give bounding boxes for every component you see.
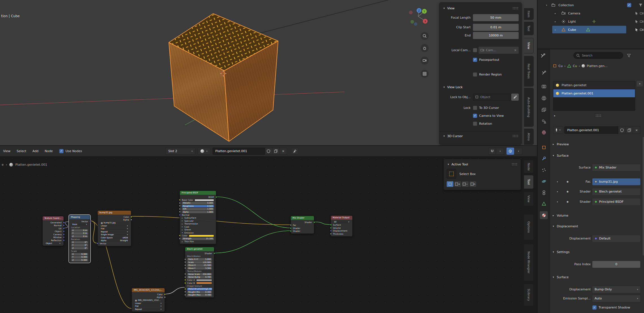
clip-start-field[interactable]: 0.01 m (473, 24, 519, 31)
lock-object-field[interactable]: Object (473, 94, 510, 101)
pass-index-field[interactable]: 0 (592, 261, 640, 268)
panel-grip[interactable] (512, 7, 519, 10)
node-widget-row[interactable]: Single Image▾ (98, 233, 131, 236)
zoom-button[interactable] (421, 32, 429, 40)
node-widget-row[interactable]: X9.300 (69, 253, 90, 256)
node-widget-row[interactable]: Blech/Nieten (185, 255, 214, 258)
tab-particles[interactable] (540, 166, 548, 174)
overlay-toggle[interactable] (507, 148, 514, 155)
tab-object[interactable] (540, 143, 548, 151)
axis-minus-x-ball[interactable] (409, 11, 413, 14)
sidebar-tab-real-trees[interactable]: Real Trees (524, 56, 534, 87)
render-visibility-icon[interactable] (640, 12, 644, 15)
shader1-value-button[interactable]: Blech genietet (592, 188, 640, 195)
tab-output[interactable] (540, 94, 548, 102)
node-socket-row[interactable]: Window (43, 236, 64, 239)
material-name-field[interactable]: Platten.genietet.001 (564, 126, 618, 134)
3d-viewport[interactable]: tion | Cube Z Y X (0, 0, 537, 145)
material-slot-selected[interactable]: Platten.genietet.001 (553, 89, 635, 98)
node-socket-row[interactable]: Alpha (132, 296, 165, 299)
node-mix-shader[interactable]: Mix ShaderShaderFacShaderShader (291, 216, 314, 234)
node-widget-row[interactable]: Repeat▾ (98, 230, 131, 234)
node-widget-row[interactable]: Linear▾ (98, 225, 131, 228)
camera-to-view-checkbox[interactable]: ✓ (473, 114, 477, 118)
menu-select[interactable]: Select (14, 149, 29, 153)
node-socket-row[interactable]: Camera (43, 233, 64, 236)
navigation-gizmo[interactable]: Z Y X (407, 6, 433, 28)
camera-name[interactable]: Camera (568, 11, 580, 15)
properties-editor[interactable]: Search Cu › Cu › Platten.gen... Pl (538, 49, 644, 313)
node-widget-row[interactable]: Noise Bump0.700 (185, 276, 214, 279)
select-box-tool-button[interactable] (447, 169, 456, 179)
node-widget-row[interactable]: ▸Coat (180, 225, 216, 228)
node-widget-row[interactable]: ▸Specular (180, 219, 216, 223)
surface2-panel-header[interactable]: ▾Surface (552, 274, 569, 280)
outliner[interactable]: ▾ Collection ✓ ▸ Camera ▸ Light (538, 0, 644, 49)
node-widget-row[interactable]: Linear▾ (132, 302, 165, 305)
node-widget-row[interactable]: ▦bump31.jpg (98, 221, 131, 225)
tab-tool[interactable] (540, 69, 548, 77)
node-widget-row[interactable]: Alpha1.000 (180, 211, 216, 214)
new-material-button[interactable] (272, 148, 280, 155)
clear-icon[interactable]: × (514, 47, 517, 54)
collection-checkbox[interactable]: ✓ (627, 3, 631, 7)
node-widget-row[interactable]: Color (180, 234, 216, 238)
node-tab-view[interactable]: View (524, 192, 534, 206)
render-visibility-icon[interactable] (640, 20, 644, 23)
node-widget-row[interactable]: Repeat▾ (132, 308, 165, 311)
node-socket-row[interactable]: Shader (291, 227, 314, 230)
camera-view-button[interactable] (421, 57, 429, 64)
local-camera-checkbox[interactable]: ✓ (473, 48, 477, 52)
tab-scene[interactable] (540, 117, 548, 125)
node-widget-row[interactable]: Move Y3.300 (185, 267, 214, 270)
breadcrumb-data[interactable]: Cu (573, 64, 577, 68)
shader2-value-button[interactable]: Principled BSDF (592, 198, 640, 205)
node-header[interactable]: bump31.jpg (98, 211, 131, 215)
preview-panel-header[interactable]: ▸Preview (552, 141, 569, 147)
node-widget-row[interactable]: ▸Sheen (180, 228, 216, 232)
expand-icon[interactable]: ▸ (557, 180, 558, 183)
displacement-method-dropdown[interactable]: Bump Only▾ (592, 286, 640, 293)
material-slot[interactable]: Platten.genietet (553, 81, 635, 89)
node-widget-row[interactable]: Y9.300 (69, 256, 90, 259)
use-nodes-label[interactable]: Use Nodes (66, 149, 82, 153)
sidebar-tab-tool[interactable]: Tool (524, 22, 534, 35)
local-camera-field[interactable]: Cam... × (479, 47, 519, 54)
filter-icon[interactable] (638, 3, 643, 7)
node-widget-row[interactable]: X0 m (69, 229, 90, 232)
panel-grip[interactable] (512, 163, 518, 166)
properties-editor-icon[interactable] (540, 53, 547, 59)
cube-name[interactable]: Cube (568, 28, 576, 31)
collapse-icon[interactable]: ▾ (442, 135, 446, 137)
node-widget-row[interactable]: Y0 m (69, 232, 90, 235)
settings-panel-header[interactable]: ▾Settings (552, 249, 569, 255)
clip-end-field[interactable]: 10000 m (473, 32, 519, 39)
node-socket-row[interactable]: UV (43, 227, 64, 230)
focal-length-field[interactable]: 50 mm (473, 14, 519, 21)
fake-user-button[interactable] (618, 126, 626, 134)
menu-add[interactable]: Add (29, 149, 42, 153)
node-socket-row[interactable]: Generated (43, 221, 64, 224)
node-mapping[interactable]: MappingVectorPoint▾LocationX0 mY0 mZ0 mR… (69, 215, 90, 263)
breadcrumb-material[interactable]: Platten.gen... (587, 64, 608, 68)
axis-minus-z-ball[interactable] (414, 22, 417, 26)
node-texture-coordinate[interactable]: Texture CoordinateGeneratedNormalUVObjec… (42, 216, 64, 246)
expand-icon[interactable]: ▸ (555, 28, 556, 31)
passepartout-label[interactable]: Passepartout (479, 58, 499, 62)
to-3d-cursor-label[interactable]: To 3D Cursor (479, 106, 499, 110)
node-widget-row[interactable]: ▾Emission (180, 231, 216, 234)
tab-object-data[interactable] (540, 200, 548, 208)
node-tab-node[interactable]: Node (524, 160, 534, 173)
node-widget-row[interactable]: Noise Scale250.000 (185, 273, 214, 276)
select-arrow-icon[interactable] (635, 11, 639, 15)
select-mode-intersect[interactable]: ∩ (470, 181, 476, 187)
toggle-ortho-button[interactable] (421, 70, 429, 78)
browse-material-button[interactable]: ▾ (553, 126, 563, 134)
node-socket-row[interactable]: Shader (185, 252, 214, 255)
menu-view[interactable]: View (0, 149, 14, 153)
node-socket-row[interactable]: Vector (98, 242, 131, 245)
sidebar-tab-item[interactable]: Item (524, 8, 534, 20)
node-socket-row[interactable]: Color (132, 293, 165, 296)
render-region-label[interactable]: Render Region (479, 73, 502, 76)
node-socket-row[interactable]: Volume (331, 226, 352, 230)
